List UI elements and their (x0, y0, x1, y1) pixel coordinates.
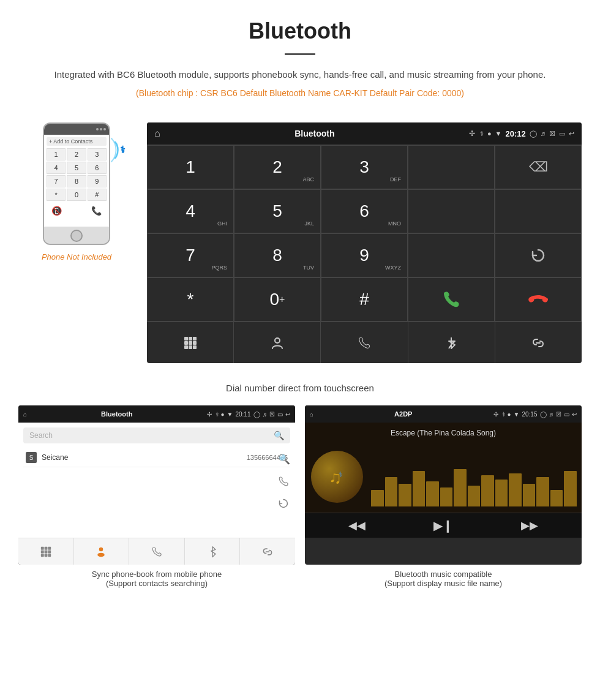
nav-contacts-icon[interactable] (234, 322, 321, 363)
music-x-icon: ☒ (556, 411, 561, 418)
dial-key-8[interactable]: 8TUV (234, 233, 321, 277)
call-icon (441, 290, 461, 309)
phone-bottom (44, 227, 109, 245)
pb-right-search-icon[interactable]: 🔍 (278, 453, 290, 465)
svg-text:⚕: ⚕ (339, 470, 343, 479)
phonebook-status-bar: ⌂ Bluetooth ✢ ⚕ ● ▼ 20:11 ◯ ♬ ☒ ▭ ↩ (18, 405, 295, 423)
nav-dialpad-icon[interactable] (147, 322, 234, 363)
phone-key-star: * (47, 189, 66, 201)
dial-key-5[interactable]: 5JKL (234, 189, 321, 233)
play-pause-icon[interactable]: ▶❙ (433, 518, 453, 533)
svg-rect-16 (44, 550, 47, 553)
dial-key-star[interactable]: * (147, 277, 234, 322)
svg-rect-6 (193, 341, 197, 345)
phone-key-hash: # (88, 189, 107, 201)
dial-reload[interactable] (495, 233, 582, 277)
pb-nav-link[interactable] (240, 538, 295, 565)
pb-right-phone-icon[interactable] (278, 476, 289, 487)
svg-rect-19 (44, 554, 47, 557)
music-cam-icon: ◯ (540, 411, 547, 418)
dial-backspace[interactable]: ⌫ (495, 145, 582, 189)
phone-key-3: 3 (88, 148, 107, 160)
search-placeholder: Search (29, 431, 53, 440)
pb-vol-icon: ♬ (263, 411, 268, 418)
pb-right-reload-icon[interactable] (278, 498, 289, 509)
search-icon[interactable]: 🔍 (274, 431, 284, 440)
viz-bar (509, 473, 522, 506)
phone-dot-3 (103, 128, 106, 130)
music-status-title: A2DP (317, 410, 489, 418)
phone-key-4: 4 (47, 162, 66, 174)
bluetooth-waves-icon: ⚕ (110, 135, 135, 168)
car-dial-screen: ⌂ Bluetooth ✢ ⚕ ● ▼ 20:12 ◯ ♬ ☒ ▭ ↩ 1 2A… (147, 122, 582, 363)
dial-key-3[interactable]: 3DEF (321, 145, 408, 189)
phone-call-bar: 📵 📞 (47, 203, 107, 218)
music-screen-icon: ▭ (564, 411, 569, 418)
pb-person-icon (96, 546, 107, 558)
backspace-icon: ⌫ (529, 159, 548, 175)
pb-nav-bt[interactable] (185, 538, 241, 565)
contact-row: S Seicane 13566664466 (23, 448, 290, 467)
dial-key-hash[interactable]: # (321, 277, 408, 322)
phone-screen: + Add to Contacts 1 2 3 4 5 6 7 8 9 * 0 … (44, 135, 109, 227)
dial-empty-2 (408, 189, 495, 233)
dial-sub-9: WXYZ (385, 265, 401, 271)
pb-back-icon: ↩ (285, 411, 290, 418)
phonebook-screen: ⌂ Bluetooth ✢ ⚕ ● ▼ 20:11 ◯ ♬ ☒ ▭ ↩ (18, 405, 295, 565)
nav-link-icon[interactable] (495, 322, 582, 363)
music-content: Escape (The Pina Colada Song) ♫ ⚕ (305, 423, 582, 538)
dial-end-button[interactable] (495, 277, 582, 322)
phone-end-call-icon: 📵 (51, 206, 62, 216)
pb-nav-grid[interactable] (18, 538, 74, 565)
dial-key-7[interactable]: 7PQRS (147, 233, 234, 277)
dial-key-4[interactable]: 4GHI (147, 189, 234, 233)
svg-point-21 (99, 547, 103, 551)
svg-point-22 (98, 552, 105, 557)
prev-icon[interactable]: ◀◀ (348, 519, 366, 532)
phone-key-9: 9 (88, 175, 107, 187)
dial-key-6[interactable]: 6MNO (321, 189, 408, 233)
svg-rect-2 (189, 337, 192, 341)
status-time: 20:12 (506, 129, 526, 138)
music-block: ⌂ A2DP ✢ ⚕ ● ▼ 20:15 ◯ ♬ ☒ ▭ ↩ Escape (T… (305, 405, 582, 588)
music-vol-icon: ♬ (549, 411, 554, 418)
dial-sub-3: DEF (390, 176, 401, 183)
dial-sub-6: MNO (388, 220, 401, 227)
end-call-icon (528, 290, 548, 309)
pb-bt-icon: ⚕ (216, 411, 219, 418)
phone-illustration: ⚕ + Add to Contacts 1 2 3 (18, 122, 135, 262)
phonebook-bottom-nav (18, 538, 295, 565)
viz-bar (454, 469, 467, 506)
dial-key-2[interactable]: 2ABC (234, 145, 321, 189)
bluetooth-specs: (Bluetooth chip : CSR BC6 Default Blueto… (37, 88, 563, 98)
pb-link-icon (262, 546, 273, 557)
pb-nav-phone[interactable] (129, 538, 185, 565)
phonebook-block: ⌂ Bluetooth ✢ ⚕ ● ▼ 20:11 ◯ ♬ ☒ ▭ ↩ (18, 405, 295, 588)
signal-status-icon: ▼ (495, 130, 502, 137)
music-back-icon: ↩ (572, 411, 577, 418)
home-icon: ⌂ (154, 128, 160, 139)
search-bar[interactable]: Search 🔍 (23, 427, 290, 443)
phone-add-contacts: + Add to Contacts (47, 137, 107, 146)
svg-rect-8 (189, 345, 192, 349)
pb-nav-person[interactable] (74, 538, 130, 565)
dial-empty-4 (408, 233, 495, 277)
nav-bluetooth-icon[interactable] (408, 322, 495, 363)
dial-key-1[interactable]: 1 (147, 145, 234, 189)
svg-rect-14 (48, 546, 51, 549)
svg-rect-20 (48, 554, 51, 557)
viz-bar (481, 475, 494, 506)
back-status-icon: ↩ (569, 130, 574, 138)
dial-key-9[interactable]: 9WXYZ (321, 233, 408, 277)
music-usb-icon: ✢ (493, 411, 498, 418)
dial-call-button[interactable] (408, 277, 495, 322)
phonebook-caption: Sync phone-book from mobile phone (Suppo… (92, 565, 222, 588)
car-status-bar: ⌂ Bluetooth ✢ ⚕ ● ▼ 20:12 ◯ ♬ ☒ ▭ ↩ (147, 122, 582, 145)
dial-key-0[interactable]: 0+ (234, 277, 321, 322)
camera-status-icon: ◯ (530, 130, 537, 138)
music-visualizer (366, 441, 582, 513)
next-icon[interactable]: ▶▶ (521, 519, 538, 532)
description-text: Integrated with BC6 Bluetooth module, su… (37, 67, 563, 82)
dial-caption: Dial number direct from touchscreen (0, 375, 600, 405)
nav-phone-icon[interactable] (321, 322, 408, 363)
